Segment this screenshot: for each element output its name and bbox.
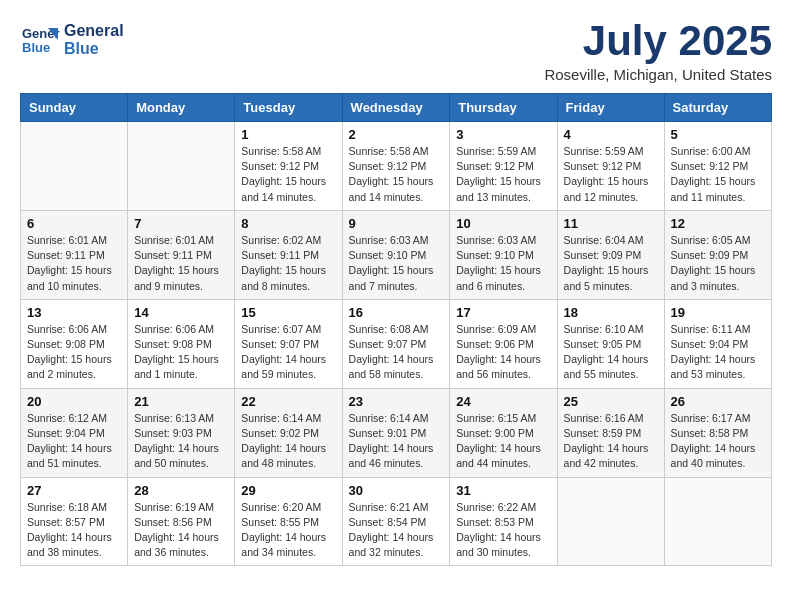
day-number: 2 <box>349 127 444 142</box>
day-number: 30 <box>349 483 444 498</box>
day-number: 10 <box>456 216 550 231</box>
location-subtitle: Roseville, Michigan, United States <box>544 66 772 83</box>
day-number: 31 <box>456 483 550 498</box>
day-info: Sunrise: 6:17 AM Sunset: 8:58 PM Dayligh… <box>671 411 765 472</box>
calendar-day-cell: 9Sunrise: 6:03 AM Sunset: 9:10 PM Daylig… <box>342 210 450 299</box>
calendar-day-cell: 19Sunrise: 6:11 AM Sunset: 9:04 PM Dayli… <box>664 299 771 388</box>
calendar-day-cell <box>664 477 771 566</box>
day-info: Sunrise: 6:15 AM Sunset: 9:00 PM Dayligh… <box>456 411 550 472</box>
day-number: 29 <box>241 483 335 498</box>
day-info: Sunrise: 5:58 AM Sunset: 9:12 PM Dayligh… <box>241 144 335 205</box>
calendar-week-row: 20Sunrise: 6:12 AM Sunset: 9:04 PM Dayli… <box>21 388 772 477</box>
calendar-day-cell: 6Sunrise: 6:01 AM Sunset: 9:11 PM Daylig… <box>21 210 128 299</box>
day-info: Sunrise: 6:13 AM Sunset: 9:03 PM Dayligh… <box>134 411 228 472</box>
day-number: 20 <box>27 394 121 409</box>
calendar-day-cell: 8Sunrise: 6:02 AM Sunset: 9:11 PM Daylig… <box>235 210 342 299</box>
calendar-day-cell: 28Sunrise: 6:19 AM Sunset: 8:56 PM Dayli… <box>128 477 235 566</box>
day-info: Sunrise: 6:02 AM Sunset: 9:11 PM Dayligh… <box>241 233 335 294</box>
day-number: 23 <box>349 394 444 409</box>
calendar-day-cell: 13Sunrise: 6:06 AM Sunset: 9:08 PM Dayli… <box>21 299 128 388</box>
day-number: 6 <box>27 216 121 231</box>
day-info: Sunrise: 6:08 AM Sunset: 9:07 PM Dayligh… <box>349 322 444 383</box>
weekday-header-row: SundayMondayTuesdayWednesdayThursdayFrid… <box>21 94 772 122</box>
day-number: 25 <box>564 394 658 409</box>
day-number: 4 <box>564 127 658 142</box>
calendar-day-cell: 17Sunrise: 6:09 AM Sunset: 9:06 PM Dayli… <box>450 299 557 388</box>
day-info: Sunrise: 6:06 AM Sunset: 9:08 PM Dayligh… <box>134 322 228 383</box>
calendar-day-cell: 3Sunrise: 5:59 AM Sunset: 9:12 PM Daylig… <box>450 122 557 211</box>
calendar-table: SundayMondayTuesdayWednesdayThursdayFrid… <box>20 93 772 566</box>
day-info: Sunrise: 6:22 AM Sunset: 8:53 PM Dayligh… <box>456 500 550 561</box>
page-header: General Blue General Blue July 2025 Rose… <box>20 20 772 83</box>
day-number: 26 <box>671 394 765 409</box>
calendar-day-cell: 18Sunrise: 6:10 AM Sunset: 9:05 PM Dayli… <box>557 299 664 388</box>
calendar-day-cell: 11Sunrise: 6:04 AM Sunset: 9:09 PM Dayli… <box>557 210 664 299</box>
logo-icon: General Blue <box>20 20 60 60</box>
calendar-week-row: 13Sunrise: 6:06 AM Sunset: 9:08 PM Dayli… <box>21 299 772 388</box>
day-number: 12 <box>671 216 765 231</box>
day-number: 22 <box>241 394 335 409</box>
calendar-day-cell: 10Sunrise: 6:03 AM Sunset: 9:10 PM Dayli… <box>450 210 557 299</box>
month-year-title: July 2025 <box>544 20 772 62</box>
calendar-day-cell: 16Sunrise: 6:08 AM Sunset: 9:07 PM Dayli… <box>342 299 450 388</box>
calendar-day-cell: 27Sunrise: 6:18 AM Sunset: 8:57 PM Dayli… <box>21 477 128 566</box>
day-number: 28 <box>134 483 228 498</box>
calendar-day-cell: 14Sunrise: 6:06 AM Sunset: 9:08 PM Dayli… <box>128 299 235 388</box>
calendar-day-cell: 25Sunrise: 6:16 AM Sunset: 8:59 PM Dayli… <box>557 388 664 477</box>
calendar-week-row: 1Sunrise: 5:58 AM Sunset: 9:12 PM Daylig… <box>21 122 772 211</box>
calendar-week-row: 6Sunrise: 6:01 AM Sunset: 9:11 PM Daylig… <box>21 210 772 299</box>
calendar-day-cell: 30Sunrise: 6:21 AM Sunset: 8:54 PM Dayli… <box>342 477 450 566</box>
day-info: Sunrise: 6:01 AM Sunset: 9:11 PM Dayligh… <box>27 233 121 294</box>
calendar-day-cell: 23Sunrise: 6:14 AM Sunset: 9:01 PM Dayli… <box>342 388 450 477</box>
day-info: Sunrise: 6:10 AM Sunset: 9:05 PM Dayligh… <box>564 322 658 383</box>
calendar-day-cell: 22Sunrise: 6:14 AM Sunset: 9:02 PM Dayli… <box>235 388 342 477</box>
day-number: 21 <box>134 394 228 409</box>
calendar-day-cell: 15Sunrise: 6:07 AM Sunset: 9:07 PM Dayli… <box>235 299 342 388</box>
day-info: Sunrise: 6:18 AM Sunset: 8:57 PM Dayligh… <box>27 500 121 561</box>
logo-text: General Blue <box>64 22 124 57</box>
calendar-day-cell: 24Sunrise: 6:15 AM Sunset: 9:00 PM Dayli… <box>450 388 557 477</box>
logo: General Blue General Blue <box>20 20 124 60</box>
day-number: 18 <box>564 305 658 320</box>
day-info: Sunrise: 6:12 AM Sunset: 9:04 PM Dayligh… <box>27 411 121 472</box>
day-info: Sunrise: 6:09 AM Sunset: 9:06 PM Dayligh… <box>456 322 550 383</box>
day-number: 3 <box>456 127 550 142</box>
day-info: Sunrise: 6:11 AM Sunset: 9:04 PM Dayligh… <box>671 322 765 383</box>
day-number: 7 <box>134 216 228 231</box>
calendar-day-cell <box>557 477 664 566</box>
calendar-day-cell: 26Sunrise: 6:17 AM Sunset: 8:58 PM Dayli… <box>664 388 771 477</box>
weekday-header: Sunday <box>21 94 128 122</box>
day-info: Sunrise: 6:20 AM Sunset: 8:55 PM Dayligh… <box>241 500 335 561</box>
day-info: Sunrise: 6:06 AM Sunset: 9:08 PM Dayligh… <box>27 322 121 383</box>
day-info: Sunrise: 6:19 AM Sunset: 8:56 PM Dayligh… <box>134 500 228 561</box>
day-info: Sunrise: 6:01 AM Sunset: 9:11 PM Dayligh… <box>134 233 228 294</box>
calendar-day-cell: 4Sunrise: 5:59 AM Sunset: 9:12 PM Daylig… <box>557 122 664 211</box>
calendar-day-cell: 21Sunrise: 6:13 AM Sunset: 9:03 PM Dayli… <box>128 388 235 477</box>
calendar-day-cell: 31Sunrise: 6:22 AM Sunset: 8:53 PM Dayli… <box>450 477 557 566</box>
weekday-header: Saturday <box>664 94 771 122</box>
day-number: 24 <box>456 394 550 409</box>
calendar-day-cell: 2Sunrise: 5:58 AM Sunset: 9:12 PM Daylig… <box>342 122 450 211</box>
title-block: July 2025 Roseville, Michigan, United St… <box>544 20 772 83</box>
day-info: Sunrise: 6:14 AM Sunset: 9:01 PM Dayligh… <box>349 411 444 472</box>
day-info: Sunrise: 6:03 AM Sunset: 9:10 PM Dayligh… <box>456 233 550 294</box>
calendar-day-cell <box>128 122 235 211</box>
calendar-week-row: 27Sunrise: 6:18 AM Sunset: 8:57 PM Dayli… <box>21 477 772 566</box>
weekday-header: Friday <box>557 94 664 122</box>
day-number: 1 <box>241 127 335 142</box>
day-number: 14 <box>134 305 228 320</box>
day-info: Sunrise: 5:59 AM Sunset: 9:12 PM Dayligh… <box>564 144 658 205</box>
day-info: Sunrise: 6:03 AM Sunset: 9:10 PM Dayligh… <box>349 233 444 294</box>
day-number: 5 <box>671 127 765 142</box>
day-number: 13 <box>27 305 121 320</box>
calendar-day-cell: 12Sunrise: 6:05 AM Sunset: 9:09 PM Dayli… <box>664 210 771 299</box>
day-info: Sunrise: 6:05 AM Sunset: 9:09 PM Dayligh… <box>671 233 765 294</box>
calendar-day-cell: 7Sunrise: 6:01 AM Sunset: 9:11 PM Daylig… <box>128 210 235 299</box>
day-number: 15 <box>241 305 335 320</box>
day-info: Sunrise: 6:14 AM Sunset: 9:02 PM Dayligh… <box>241 411 335 472</box>
day-number: 27 <box>27 483 121 498</box>
weekday-header: Thursday <box>450 94 557 122</box>
day-info: Sunrise: 6:16 AM Sunset: 8:59 PM Dayligh… <box>564 411 658 472</box>
svg-text:Blue: Blue <box>22 40 50 55</box>
day-number: 11 <box>564 216 658 231</box>
